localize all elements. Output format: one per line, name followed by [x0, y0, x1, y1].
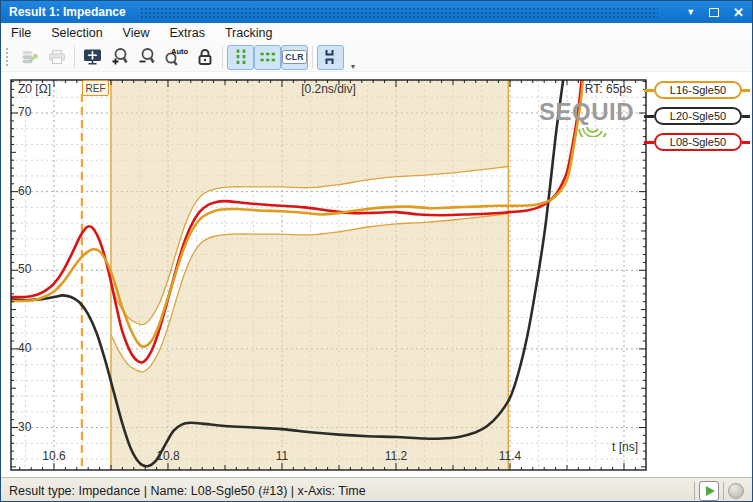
vertical-grid-toggle[interactable]	[227, 45, 254, 70]
mask-limits-toggle[interactable]	[317, 45, 344, 70]
zoom-out-button[interactable]	[133, 45, 160, 70]
legend-line	[644, 89, 654, 92]
rise-time-label: RT: 65ps	[585, 82, 632, 96]
lock-axes-button[interactable]	[191, 45, 218, 70]
status-separator	[723, 482, 724, 500]
horizontal-gridlines-icon	[258, 47, 278, 67]
print-button[interactable]	[43, 45, 70, 70]
menu-tracking[interactable]: Tracking	[215, 23, 282, 43]
close-button[interactable]: ✕	[733, 5, 744, 20]
x-tick-label: 10.6	[32, 449, 76, 463]
maximize-icon	[709, 8, 719, 17]
sequid-logo-text: SEQUID	[539, 98, 634, 125]
zoom-in-icon	[110, 47, 130, 67]
chart-area: Z0 [Ω] REF [0.2ns/div] RT: 65ps t [ns] S…	[1, 72, 752, 477]
status-bar: Result type: Impedance | Name: L08-Sgle5…	[1, 477, 752, 502]
clear-label: CLR	[282, 50, 306, 64]
legend-line	[742, 141, 750, 144]
sequid-logo-arcs-icon	[575, 123, 611, 137]
y-tick-label: 70	[18, 105, 44, 119]
title-bar[interactable]: Result 1: Impedance ▼ ✕	[1, 1, 752, 23]
maximize-button[interactable]	[709, 8, 719, 17]
legend-item-l08[interactable]: L08-Sgle50	[644, 132, 750, 152]
zoom-in-button[interactable]	[106, 45, 133, 70]
legend: L16-Sgle50 L20-Sgle50 L08-Sgle50	[644, 80, 750, 158]
export-button[interactable]	[16, 45, 43, 70]
play-button[interactable]	[699, 481, 719, 501]
menu-selection[interactable]: Selection	[41, 23, 112, 43]
toolbar-separator	[312, 46, 313, 68]
y-tick-label: 30	[18, 420, 44, 434]
legend-label: L08-Sgle50	[654, 133, 742, 151]
y-tick-label: 40	[18, 341, 44, 355]
zoom-auto-icon: Auto	[163, 47, 189, 67]
x-axis-title: t [ns]	[612, 440, 638, 454]
titlebar-texture	[140, 7, 658, 19]
legend-line	[644, 115, 654, 118]
menu-extras[interactable]: Extras	[159, 23, 214, 43]
x-tick-label: 11.2	[374, 449, 418, 463]
x-tick-label: 11	[260, 449, 304, 463]
legend-line	[742, 89, 750, 92]
vertical-gridlines-icon	[231, 47, 251, 67]
legend-item-l16[interactable]: L16-Sgle50	[644, 80, 750, 100]
y-tick-label: 60	[18, 184, 44, 198]
legend-item-l20[interactable]: L20-Sgle50	[644, 106, 750, 126]
toolbar-overflow-button[interactable]: ▾	[347, 64, 359, 69]
record-button[interactable]	[728, 483, 744, 499]
y-tick-label: 50	[18, 262, 44, 276]
x-tick-label: 10.8	[146, 449, 190, 463]
ref-marker-label[interactable]: REF	[82, 80, 109, 96]
toolbar-separator	[222, 46, 223, 68]
legend-label: L20-Sgle50	[654, 107, 742, 125]
lock-icon	[195, 47, 215, 67]
zoom-auto-button[interactable]: Auto	[160, 45, 191, 70]
print-icon	[47, 47, 67, 67]
sequid-watermark: SEQUID	[539, 98, 649, 138]
legend-line	[742, 115, 750, 118]
fit-view-icon	[82, 47, 103, 67]
window-menu-arrow-icon[interactable]: ▼	[686, 7, 695, 17]
status-separator	[694, 482, 695, 500]
toolbar-grip[interactable]	[6, 48, 12, 66]
menu-view[interactable]: View	[113, 23, 160, 43]
menu-bar: File Selection View Extras Tracking	[1, 23, 752, 43]
clear-button[interactable]: CLR	[281, 45, 308, 70]
toolbar: Auto CLR	[1, 43, 752, 72]
status-text: Result type: Impedance | Name: L08-Sgle5…	[9, 484, 366, 498]
fit-view-button[interactable]	[79, 45, 106, 70]
export-icon	[20, 47, 40, 67]
play-icon	[706, 486, 715, 496]
toolbar-separator	[74, 46, 75, 68]
legend-line	[644, 141, 654, 144]
menu-file[interactable]: File	[1, 23, 41, 43]
legend-label: L16-Sgle50	[654, 81, 742, 99]
zoom-out-icon	[137, 47, 157, 67]
result-window: Result 1: Impedance ▼ ✕ File Selection V…	[0, 0, 753, 502]
mask-limits-icon	[321, 47, 341, 67]
x-tick-label: 11.4	[488, 449, 532, 463]
horizontal-grid-toggle[interactable]	[254, 45, 281, 70]
window-title: Result 1: Impedance	[9, 5, 126, 19]
